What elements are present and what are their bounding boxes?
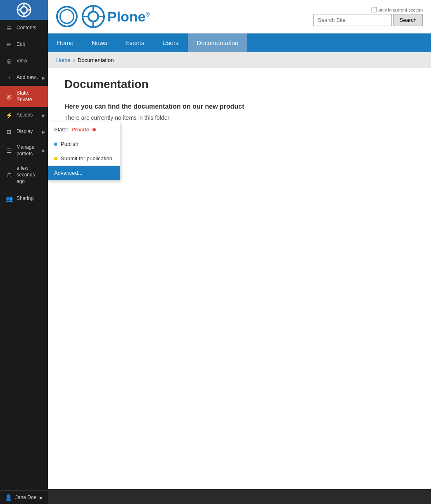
display-icon: ⊞ <box>5 128 13 136</box>
state-icon: ◎ <box>5 93 13 101</box>
sidebar-item-label: State: Private <box>17 90 43 103</box>
content-body: There are currently no items in this fol… <box>64 114 414 121</box>
sharing-icon: 👥 <box>5 195 13 203</box>
edit-icon: ✏ <box>5 40 13 49</box>
header: Plone® only in current section Search <box>48 0 431 33</box>
sidebar-item-sharing[interactable]: 👥 Sharing <box>0 190 48 207</box>
actions-icon: ⚡ <box>5 111 13 119</box>
nav-item-events[interactable]: Events <box>116 33 154 52</box>
state-dot-icon <box>92 128 96 131</box>
state-label-text: State: <box>54 126 68 133</box>
footer-bar <box>48 489 431 504</box>
sidebar-item-label: Display <box>17 128 33 135</box>
sidebar-item-display[interactable]: ⊞ Display ▶ <box>0 124 48 140</box>
content-lead: Here you can find the documentation on o… <box>64 103 414 110</box>
search-button[interactable]: Search <box>393 14 423 26</box>
logo-text: Plone® <box>107 9 150 25</box>
submit-dot-icon <box>54 157 57 160</box>
nav-item-news[interactable]: News <box>83 33 116 52</box>
sidebar-item-edit[interactable]: ✏ Edit <box>0 36 48 53</box>
sidebar-item-label: Manage portlets <box>17 144 43 157</box>
sidebar-item-label: a few seconds ago <box>17 165 43 185</box>
sidebar-user[interactable]: 👤 Jane Doe ▶ <box>0 490 48 504</box>
arrow-icon: ▶ <box>42 76 45 80</box>
arrow-icon: ▶ <box>40 495 43 500</box>
nav-item-home[interactable]: Home <box>48 33 83 52</box>
sidebar-item-label: Edit <box>17 41 25 48</box>
sidebar-logo <box>0 0 48 20</box>
sidebar-item-manage-portlets[interactable]: ☰ Manage portlets ▶ <box>0 140 48 161</box>
sidebar-item-contents[interactable]: ☰ Contents <box>0 20 48 36</box>
user-icon: 👤 <box>5 494 12 501</box>
add-icon: + <box>5 74 13 82</box>
logo-area: Plone® <box>56 4 150 29</box>
dropdown-item-publish[interactable]: Publish <box>48 137 120 151</box>
sidebar-item-add-new[interactable]: + Add new... ▶ <box>0 69 48 86</box>
dropdown-state-header: State: Private <box>48 122 120 137</box>
sidebar-item-label: Contents <box>17 25 36 31</box>
breadcrumb-home[interactable]: Home <box>56 57 71 63</box>
sidebar-item-view[interactable]: ◎ View <box>0 53 48 69</box>
page-title: Documentation <box>64 78 414 96</box>
dropdown-item-advanced[interactable]: Advanced... <box>48 166 120 180</box>
contents-icon: ☰ <box>5 24 13 32</box>
arrow-icon: ▶ <box>42 113 45 118</box>
publish-label: Publish <box>61 141 78 147</box>
sidebar-item-actions[interactable]: ⚡ Actions ▶ <box>0 107 48 124</box>
sidebar: ☰ Contents ✏ Edit ◎ View + Add new... ▶ … <box>0 0 48 504</box>
breadcrumb-separator: › <box>73 56 75 64</box>
clock-icon: ⏱ <box>5 171 13 179</box>
search-area: only in current section Search <box>313 7 423 26</box>
advanced-label: Advanced... <box>54 170 83 176</box>
nav: Home News Events Users Documentation <box>48 33 431 52</box>
sidebar-item-label: View <box>17 58 27 64</box>
svg-point-7 <box>88 12 98 21</box>
arrow-icon: ▶ <box>42 148 45 153</box>
search-checkbox[interactable] <box>372 7 377 12</box>
sidebar-item-label: Actions <box>17 112 33 119</box>
sidebar-item-state[interactable]: ◎ State: Private <box>0 86 48 107</box>
sidebar-item-label: Sharing <box>17 195 33 202</box>
arrow-icon: ▶ <box>42 130 45 134</box>
state-dropdown: State: Private Publish Submit for public… <box>48 122 120 181</box>
svg-point-1 <box>21 7 27 13</box>
search-input[interactable] <box>313 14 392 26</box>
portlets-icon: ☰ <box>5 147 13 155</box>
search-row: Search <box>313 14 423 26</box>
breadcrumb: Home › Documentation <box>48 52 431 68</box>
user-label: Jane Doe <box>15 494 36 500</box>
plone-icon <box>81 4 106 29</box>
nav-item-documentation[interactable]: Documentation <box>188 33 248 52</box>
dropdown-item-submit[interactable]: Submit for publication <box>48 151 120 166</box>
search-checkbox-label: only in current section <box>372 7 423 12</box>
main-area: Plone® only in current section Search Ho… <box>48 0 431 504</box>
breadcrumb-current: Documentation <box>78 57 114 63</box>
nav-item-users[interactable]: Users <box>153 33 187 52</box>
sidebar-item-timestamp: ⏱ a few seconds ago <box>0 161 48 189</box>
view-icon: ◎ <box>5 57 13 65</box>
submit-label: Submit for publication <box>61 155 112 162</box>
publish-dot-icon <box>54 143 57 146</box>
state-value: Private <box>71 126 89 133</box>
sidebar-item-label: Add new... <box>17 74 40 81</box>
plone-logo-icon <box>56 6 78 27</box>
